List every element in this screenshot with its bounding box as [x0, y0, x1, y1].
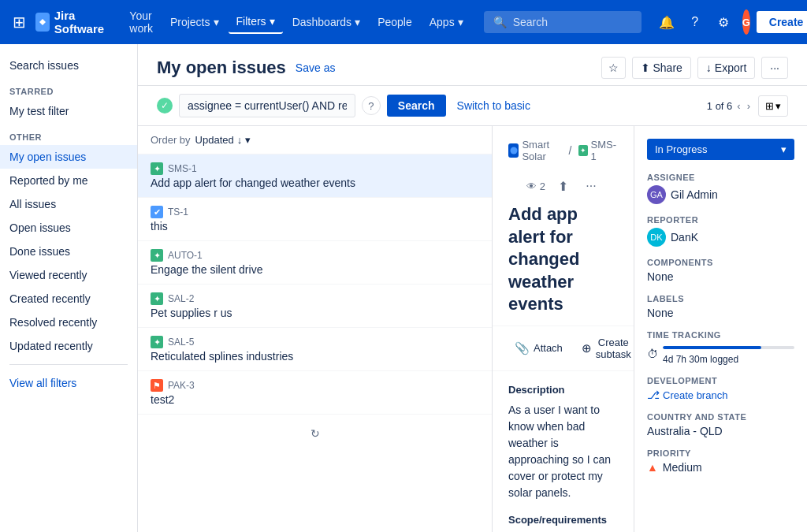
labels-field: Labels None — [647, 294, 794, 319]
scope-title: Scope/requirements — [508, 514, 618, 526]
sidebar-item-reported-by-me[interactable]: Reported by me — [0, 169, 137, 192]
sort-direction-icon: ↓ — [237, 134, 243, 146]
nav-people[interactable]: People — [370, 11, 420, 33]
issue-item-auto-1[interactable]: ✦ AUTO-1 Engage the silent drive — [138, 241, 492, 285]
star-button[interactable]: ☆ — [601, 57, 626, 79]
attach-button[interactable]: 📎 Attach — [508, 337, 569, 359]
components-label: Components — [647, 258, 794, 267]
sort-dropdown-icon: ▾ — [245, 134, 251, 146]
issue-type-story-icon-3: ✦ — [151, 292, 163, 305]
sidebar-divider — [9, 364, 128, 365]
nav-apps[interactable]: Apps ▾ — [422, 11, 471, 33]
issue-type-task-icon: ✔ — [151, 206, 163, 218]
sidebar-item-open-issues[interactable]: Open issues — [0, 216, 137, 240]
settings-icon[interactable]: ⚙ — [711, 9, 736, 35]
pagination: 1 of 6 ‹ › — [707, 99, 752, 113]
right-sidebar: In Progress ▾ Assignee GA Gil Admin Repo… — [634, 126, 807, 532]
status-button[interactable]: In Progress ▾ — [647, 139, 794, 160]
project-icon — [508, 143, 519, 158]
attach-icon: 📎 — [515, 341, 530, 355]
share-issue-icon[interactable]: ⬆ — [552, 175, 574, 197]
sidebar-item-resolved-recently[interactable]: Resolved recently — [0, 311, 137, 334]
search-icon: 🔍 — [493, 16, 507, 28]
issue-key-pak-3: PAK-3 — [168, 380, 195, 391]
jql-input[interactable] — [179, 94, 355, 117]
priority-value: ▲ Medium — [647, 461, 794, 474]
search-button[interactable]: Search — [387, 95, 446, 117]
view-all-filters-link[interactable]: View all filters — [0, 371, 137, 395]
issue-key-sal-2: SAL-2 — [168, 293, 194, 304]
issue-item-sal-5[interactable]: ✦ SAL-5 Reticulated splines industries — [138, 328, 492, 371]
issue-item-ts-1[interactable]: ✔ TS-1 this — [138, 198, 492, 241]
sidebar-item-updated-recently[interactable]: Updated recently — [0, 334, 137, 358]
branch-icon: ⎇ — [647, 389, 660, 401]
breadcrumb: Smart Solar / ✦ SMS-1 — [508, 139, 618, 162]
sidebar-item-my-open-issues[interactable]: My open issues — [0, 145, 137, 169]
jql-bar: ✓ ? Search Switch to basic 1 of 6 ‹ › ⊞ … — [138, 86, 807, 126]
user-avatar[interactable]: G — [742, 9, 750, 35]
breadcrumb-project[interactable]: Smart Solar — [522, 139, 562, 162]
export-icon: ↓ — [706, 61, 712, 74]
time-tracking-bar — [663, 346, 794, 349]
sidebar-item-all-issues[interactable]: All issues — [0, 192, 137, 216]
priority-icon: ▲ — [647, 461, 658, 474]
jql-help-icon[interactable]: ? — [362, 96, 381, 115]
notifications-icon[interactable]: 🔔 — [654, 9, 679, 35]
nav-dashboards[interactable]: Dashboards ▾ — [284, 11, 369, 33]
share-button[interactable]: ⬆ Share — [632, 57, 691, 79]
sidebar-item-created-recently[interactable]: Created recently — [0, 287, 137, 311]
jira-logo-icon — [35, 13, 50, 32]
issue-item-pak-3[interactable]: ⚑ PAK-3 test2 — [138, 371, 492, 415]
page-header-actions: ☆ ⬆ Share ↓ Export ··· — [601, 57, 789, 79]
export-button[interactable]: ↓ Export — [697, 57, 755, 79]
assignee-field: Assignee GA Gil Admin — [647, 173, 794, 204]
global-search[interactable]: 🔍 Search — [484, 11, 642, 33]
order-value[interactable]: Updated ↓ ▾ — [195, 134, 251, 146]
switch-to-basic-button[interactable]: Switch to basic — [452, 95, 535, 117]
search-text: Search — [513, 16, 548, 28]
page-title-area: My open issues Save as — [157, 58, 335, 78]
more-options-button[interactable]: ··· — [761, 57, 788, 79]
reporter-field: Reporter DK DanK — [647, 215, 794, 247]
issue-summary-sal-5: Reticulated splines industries — [151, 350, 479, 363]
issue-detail-header: Smart Solar / ✦ SMS-1 👁 2 ⬆ — [493, 126, 634, 203]
more-issue-options-icon[interactable]: ··· — [580, 175, 602, 197]
jira-logo[interactable]: Jira Software — [35, 9, 109, 35]
help-icon[interactable]: ? — [682, 9, 708, 35]
pagination-next[interactable]: › — [746, 99, 752, 113]
issue-type-story-icon-4: ✦ — [151, 336, 163, 348]
view-toggle-icon: ⊞ — [765, 100, 774, 112]
sidebar-item-search-issues[interactable]: Search issues — [0, 54, 137, 77]
save-as-link[interactable]: Save as — [296, 61, 336, 74]
priority-field: Priority ▲ Medium — [647, 448, 794, 474]
grid-icon[interactable]: ⊞ — [9, 9, 29, 35]
nav-filters[interactable]: Filters ▾ — [229, 10, 283, 34]
create-subtask-button[interactable]: ⊕ Create subtask — [575, 333, 634, 364]
sidebar-item-viewed-recently[interactable]: Viewed recently — [0, 263, 137, 287]
nav-your-work[interactable]: Your work — [121, 5, 161, 39]
issue-detail-actions: 👁 2 ⬆ ··· — [508, 172, 618, 203]
create-button[interactable]: Create — [757, 11, 807, 33]
create-branch-link[interactable]: ⎇ Create branch — [647, 389, 794, 401]
pagination-prev[interactable]: ‹ — [735, 99, 742, 113]
subtask-icon: ⊕ — [582, 341, 592, 355]
description-title: Description — [508, 384, 618, 396]
sidebar-item-my-test-filter[interactable]: My test filter — [0, 99, 137, 123]
topnav-icon-group: 🔔 ? ⚙ — [654, 9, 736, 35]
pagination-text: 1 of 6 — [707, 100, 733, 112]
issue-item-sal-2[interactable]: ✦ SAL-2 Pet supplies r us — [138, 285, 492, 328]
issue-item-sms-1[interactable]: ✦ SMS-1 Add app alert for changed weathe… — [138, 154, 492, 198]
sidebar-item-done-issues[interactable]: Done issues — [0, 240, 137, 263]
issue-summary-sal-2: Pet supplies r us — [151, 307, 479, 319]
reporter-value: DK DanK — [647, 228, 794, 247]
view-toggle-button[interactable]: ⊞ ▾ — [758, 95, 788, 117]
breadcrumb-issue-key[interactable]: ✦ SMS-1 — [578, 139, 619, 162]
page-header: My open issues Save as ☆ ⬆ Share ↓ Expor… — [138, 44, 807, 86]
nav-projects[interactable]: Projects ▾ — [162, 11, 227, 33]
issue-key-ts-1: TS-1 — [168, 206, 188, 218]
issue-type-bug-icon: ⚑ — [151, 379, 163, 392]
other-section-title: OTHER — [0, 123, 137, 145]
status-dropdown-icon: ▾ — [781, 143, 787, 155]
priority-label: Priority — [647, 448, 794, 458]
time-tracking-icon: ⏱ — [647, 348, 658, 360]
